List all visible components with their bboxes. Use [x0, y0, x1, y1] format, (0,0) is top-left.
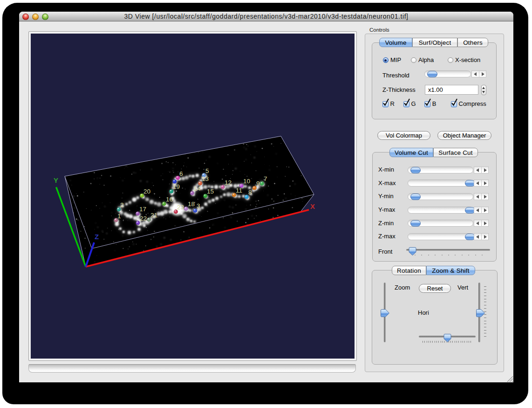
svg-text:12: 12 — [225, 179, 232, 186]
svg-text:9: 9 — [256, 180, 260, 187]
svg-text:2: 2 — [120, 201, 124, 208]
svg-text:10: 10 — [243, 178, 250, 185]
svg-text:11: 11 — [236, 187, 242, 194]
svg-text:13: 13 — [202, 175, 209, 182]
svg-text:23: 23 — [177, 204, 184, 211]
svg-text:1: 1 — [117, 213, 121, 220]
svg-text:X: X — [310, 202, 315, 210]
svg-text:6: 6 — [179, 170, 183, 177]
svg-text:Z: Z — [95, 233, 99, 241]
svg-text:19: 19 — [173, 183, 180, 190]
svg-text:3: 3 — [197, 202, 200, 209]
svg-text:14: 14 — [194, 185, 201, 192]
svg-text:20: 20 — [143, 188, 150, 195]
svg-text:15: 15 — [207, 188, 214, 195]
svg-text:16: 16 — [166, 196, 173, 203]
svg-text:5: 5 — [205, 167, 209, 174]
svg-text:22: 22 — [140, 215, 147, 222]
svg-text:Y: Y — [54, 176, 58, 184]
svg-text:7: 7 — [264, 175, 267, 182]
svg-text:8: 8 — [248, 189, 252, 196]
svg-text:18: 18 — [188, 201, 195, 207]
svg-text:21: 21 — [150, 212, 157, 219]
svg-text:17: 17 — [139, 206, 146, 213]
